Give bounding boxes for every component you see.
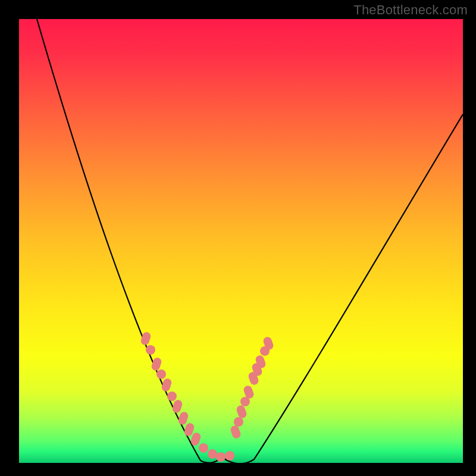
- left-marker: [156, 369, 166, 379]
- right-marker: [260, 346, 270, 356]
- left-marker: [140, 331, 152, 346]
- left-marker: [225, 451, 234, 461]
- right-marker: [230, 424, 242, 439]
- left-marker: [216, 452, 226, 462]
- left-marker: [146, 345, 155, 355]
- left-marker: [161, 378, 173, 393]
- left-marker: [167, 392, 177, 401]
- plot-area: [19, 19, 463, 463]
- left-marker: [199, 443, 208, 453]
- chart-container: TheBottleneck.com: [0, 0, 476, 476]
- watermark-text: TheBottleneck.com: [353, 2, 468, 18]
- markers-layer: [19, 19, 463, 463]
- left-marker: [208, 449, 217, 459]
